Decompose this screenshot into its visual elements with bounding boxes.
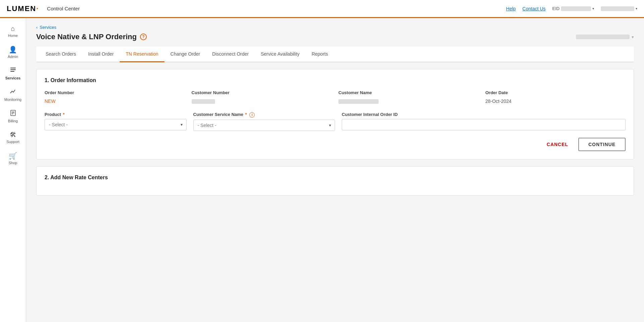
sidebar-label-support: Support xyxy=(6,140,19,144)
eid-chevron-icon: ▾ xyxy=(592,7,594,10)
tab-service-availability[interactable]: Service Availability xyxy=(255,47,306,62)
sidebar-label-billing: Billing xyxy=(8,119,18,123)
product-select-wrapper: - Select - ▾ xyxy=(45,119,187,130)
account-chevron-icon: ▾ xyxy=(632,35,634,40)
support-icon: 🛠 xyxy=(10,131,16,139)
tab-search-orders[interactable]: Search Orders xyxy=(40,47,82,62)
shop-icon: 🛒 xyxy=(9,152,17,160)
sidebar-label-services: Services xyxy=(5,76,20,80)
user-value xyxy=(601,6,634,11)
customer-service-name-info-icon[interactable]: i xyxy=(249,112,255,118)
order-info-row-1: Order Number NEW Customer Number Custome… xyxy=(45,90,626,105)
customer-name-blurred xyxy=(338,99,379,104)
account-value xyxy=(576,35,630,39)
sidebar-item-billing[interactable]: Billing xyxy=(0,106,26,126)
customer-service-name-label: Customer Service Name * i xyxy=(193,112,335,118)
customer-number-blurred xyxy=(192,99,215,104)
page-account-selector[interactable]: ▾ xyxy=(576,35,634,40)
customer-number-label: Customer Number xyxy=(192,90,332,95)
order-info-title: 1. Order Information xyxy=(45,77,626,83)
order-information-section: 1. Order Information Order Number NEW Cu… xyxy=(36,69,634,159)
add-rate-centers-section: 2. Add New Rate Centers xyxy=(36,166,634,196)
field-order-date: Order Date 28-Oct-2024 xyxy=(486,90,626,105)
eid-label: EID xyxy=(552,6,560,11)
svg-rect-0 xyxy=(10,68,16,68)
tab-install-order[interactable]: Install Order xyxy=(82,47,120,62)
sidebar-label-monitoring: Monitoring xyxy=(4,98,21,102)
help-link[interactable]: Help xyxy=(506,6,516,11)
order-date-value: 28-Oct-2024 xyxy=(486,97,626,105)
home-icon: ⌂ xyxy=(11,25,15,33)
continue-button[interactable]: CONTINUE xyxy=(578,138,626,151)
user-chevron-icon: ▾ xyxy=(636,7,637,10)
services-icon xyxy=(10,67,16,75)
sidebar-item-support[interactable]: 🛠 Support xyxy=(0,128,26,147)
app-title: Control Center xyxy=(47,6,80,11)
customer-number-value xyxy=(192,97,332,105)
order-info-actions: CANCEL CONTINUE xyxy=(45,138,626,151)
sidebar-item-services[interactable]: Services xyxy=(0,63,26,83)
page-title: Voice Native & LNP Ordering xyxy=(36,33,137,41)
monitoring-icon xyxy=(10,88,16,96)
order-date-label: Order Date xyxy=(486,90,626,95)
field-customer-internal-order-id: Customer Internal Order ID xyxy=(342,112,626,131)
svg-rect-1 xyxy=(10,69,16,70)
sidebar-label-admin: Admin xyxy=(8,55,18,59)
admin-icon: 👤 xyxy=(9,46,17,54)
page-help-icon[interactable]: ? xyxy=(140,34,147,40)
tab-reports[interactable]: Reports xyxy=(306,47,334,62)
tab-disconnect-order[interactable]: Disconnect Order xyxy=(206,47,255,62)
customer-name-label: Customer Name xyxy=(338,90,479,95)
lumen-wordmark: LUMEN· xyxy=(7,4,39,13)
customer-internal-order-id-label: Customer Internal Order ID xyxy=(342,112,626,117)
cancel-button[interactable]: CANCEL xyxy=(541,138,574,150)
page-title-row: Voice Native & LNP Ordering ? xyxy=(36,33,147,41)
field-customer-number: Customer Number xyxy=(192,90,332,105)
user-selector[interactable]: ▾ xyxy=(601,6,637,11)
customer-internal-order-id-input[interactable] xyxy=(342,119,626,130)
top-navigation: LUMEN· Control Center Help Contact Us EI… xyxy=(0,0,644,18)
main-layout: ⌂ Home 👤 Admin Services Monitor xyxy=(0,18,644,322)
breadcrumb: ‹ Services xyxy=(36,25,634,30)
eid-value xyxy=(561,6,591,11)
customer-service-name-select[interactable]: - Select - xyxy=(193,120,335,131)
field-customer-name: Customer Name xyxy=(338,90,479,105)
product-select[interactable]: - Select - xyxy=(45,119,187,130)
order-number-label: Order Number xyxy=(45,90,185,95)
add-rate-centers-title: 2. Add New Rate Centers xyxy=(45,175,626,181)
tabs-bar: Search Orders Install Order TN Reservati… xyxy=(36,47,634,62)
field-product: Product * - Select - ▾ xyxy=(45,112,187,131)
field-customer-service-name: Customer Service Name * i - Select - ▾ xyxy=(193,112,335,131)
main-content: ‹ Services Voice Native & LNP Ordering ?… xyxy=(26,18,644,322)
eid-selector[interactable]: EID ▾ xyxy=(552,6,594,11)
top-nav-right: Help Contact Us EID ▾ ▾ xyxy=(506,6,637,11)
sidebar: ⌂ Home 👤 Admin Services Monitor xyxy=(0,18,26,322)
sidebar-item-home[interactable]: ⌂ Home xyxy=(0,21,26,41)
sidebar-item-admin[interactable]: 👤 Admin xyxy=(0,42,26,62)
breadcrumb-arrow-icon: ‹ xyxy=(36,25,38,30)
billing-icon xyxy=(10,110,16,118)
field-order-number: Order Number NEW xyxy=(45,90,185,105)
order-number-value: NEW xyxy=(45,97,185,105)
order-info-row-2: Product * - Select - ▾ Customer Service … xyxy=(45,112,626,131)
customer-service-name-select-wrapper: - Select - ▾ xyxy=(193,120,335,131)
sidebar-label-shop: Shop xyxy=(9,161,17,165)
sidebar-item-monitoring[interactable]: Monitoring xyxy=(0,85,26,105)
page-header: Voice Native & LNP Ordering ? ▾ xyxy=(36,33,634,41)
tab-change-order[interactable]: Change Order xyxy=(165,47,206,62)
sidebar-item-shop[interactable]: 🛒 Shop xyxy=(0,148,26,168)
svg-rect-2 xyxy=(10,71,14,72)
logo: LUMEN· xyxy=(7,4,39,13)
product-label: Product * xyxy=(45,112,187,117)
lumen-dot: · xyxy=(36,4,39,13)
sidebar-label-home: Home xyxy=(8,34,18,38)
product-required-indicator: * xyxy=(63,112,65,117)
customer-name-value xyxy=(338,97,479,105)
tab-tn-reservation[interactable]: TN Reservation xyxy=(120,47,164,62)
breadcrumb-services-link[interactable]: Services xyxy=(40,25,56,30)
customer-service-name-required-indicator: * xyxy=(245,112,247,117)
contact-us-link[interactable]: Contact Us xyxy=(522,6,545,11)
